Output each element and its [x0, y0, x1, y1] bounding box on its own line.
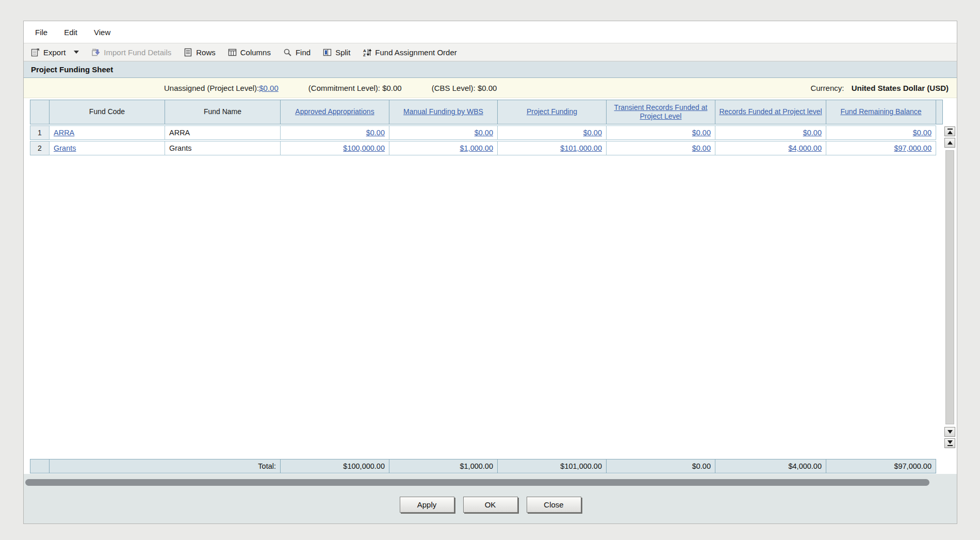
columns-button[interactable]: Columns	[228, 48, 271, 57]
rows-button[interactable]: Rows	[184, 48, 216, 57]
scroll-up-button[interactable]	[944, 138, 955, 148]
header-manual-funding-by-wbs: Manual Funding by WBS	[389, 100, 498, 124]
approved-appropriations-cell: $0.00	[280, 125, 389, 140]
menu-bar: File Edit View	[24, 21, 957, 43]
menu-edit[interactable]: Edit	[62, 26, 79, 38]
project-funding-cell: $101,000.00	[497, 141, 607, 155]
page-title: Project Funding Sheet	[31, 65, 113, 74]
table-row: 1 ARRA ARRA $0.00 $0.00 $0.00 $0.00 $0.0…	[30, 125, 957, 140]
scroll-down-button[interactable]	[944, 427, 955, 437]
total-label-cell: Total:	[49, 459, 281, 473]
approved-appropriations-cell: $100,000.00	[280, 141, 389, 155]
transient-records-link[interactable]: $0.00	[692, 129, 711, 137]
apply-button[interactable]: Apply	[400, 497, 454, 513]
approved-appropriations-link[interactable]: $0.00	[366, 129, 385, 137]
scroll-to-top-bar-icon	[948, 129, 953, 130]
fund-code-cell: Grants	[49, 141, 165, 155]
scroll-to-bottom-bar-icon	[948, 445, 953, 446]
title-bar: Project Funding Sheet	[24, 61, 957, 78]
header-project-funding-link[interactable]: Project Funding	[527, 107, 577, 117]
ok-button[interactable]: OK	[463, 497, 518, 513]
header-approved-appropriations-link[interactable]: Approved Appropriations	[295, 107, 374, 117]
total-transient-cell: $0.00	[606, 459, 715, 473]
transient-records-link[interactable]: $0.00	[692, 144, 711, 152]
header-records-funded-link[interactable]: Records Funded at Project level	[719, 107, 822, 117]
fund-remaining-cell: $97,000.00	[826, 141, 936, 155]
fund-remaining-link[interactable]: $0.00	[913, 129, 932, 137]
header-manual-funding-by-wbs-link[interactable]: Manual Funding by WBS	[403, 107, 483, 117]
import-fund-details-label: Import Fund Details	[104, 48, 171, 57]
fund-code-link[interactable]: Grants	[54, 144, 76, 152]
total-manual-cell: $1,000.00	[389, 459, 498, 473]
header-transient-records-link[interactable]: Transient Records Funded at Project Leve…	[610, 103, 712, 121]
manual-funding-link[interactable]: $1,000.00	[460, 144, 493, 152]
info-bar: Unassigned (Project Level):$0.00 (Commit…	[24, 78, 957, 98]
header-approved-appropriations: Approved Appropriations	[280, 100, 389, 124]
fund-remaining-link[interactable]: $97,000.00	[894, 144, 932, 152]
fund-code-link[interactable]: ARRA	[54, 129, 74, 137]
vertical-scrollbar-thumb[interactable]	[945, 150, 954, 424]
total-records-cell: $4,000.00	[715, 459, 826, 473]
records-funded-link[interactable]: $0.00	[803, 129, 822, 137]
fund-name-cell: Grants	[165, 141, 281, 155]
header-fund-code-label: Fund Code	[89, 107, 125, 117]
scroll-to-bottom-arrow-icon	[948, 440, 953, 444]
menu-file[interactable]: File	[33, 26, 50, 38]
header-fund-remaining-balance-link[interactable]: Fund Remaining Balance	[840, 107, 921, 117]
total-project-cell: $101,000.00	[497, 459, 607, 473]
fund-assignment-order-label: Fund Assignment Order	[375, 48, 456, 57]
total-row-number-cell	[30, 459, 50, 473]
fund-name-cell: ARRA	[165, 125, 281, 140]
row-number: 1	[30, 125, 50, 140]
horizontal-scrollbar-thumb[interactable]	[25, 479, 929, 486]
find-button[interactable]: Find	[283, 48, 311, 57]
export-dropdown-caret-icon[interactable]	[74, 51, 79, 54]
currency: Currency: United States Dollar (USD)	[810, 84, 949, 92]
manual-funding-cell: $1,000.00	[389, 141, 498, 155]
columns-label: Columns	[240, 48, 271, 57]
vertical-scrollbar[interactable]	[944, 126, 955, 448]
table-row: 2 Grants Grants $100,000.00 $1,000.00 $1…	[30, 141, 957, 155]
scroll-down-arrow-icon	[948, 430, 953, 434]
header-fund-name: Fund Name	[165, 100, 281, 124]
menu-view[interactable]: View	[92, 26, 112, 38]
fund-code-cell: ARRA	[49, 125, 165, 140]
split-button[interactable]: Split	[323, 48, 350, 57]
import-fund-details-button[interactable]: Import Fund Details	[91, 48, 171, 57]
project-funding-link[interactable]: $0.00	[583, 129, 602, 137]
columns-icon	[228, 48, 237, 57]
close-button[interactable]: Close	[527, 497, 581, 513]
fund-assignment-order-button[interactable]: A Z Fund Assignment Order	[363, 48, 456, 57]
export-icon	[31, 48, 40, 57]
approved-appropriations-link[interactable]: $100,000.00	[343, 144, 385, 152]
unassigned-value-link[interactable]: $0.00	[259, 84, 279, 92]
dialog-bottom-band: Apply OK Close	[24, 474, 957, 523]
funding-grid: Fund Code Fund Name Approved Appropriati…	[30, 100, 957, 155]
project-funding-link[interactable]: $101,000.00	[560, 144, 602, 152]
commitment-level: (Commitment Level): $0.00	[308, 84, 402, 92]
records-funded-cell: $0.00	[715, 125, 826, 140]
transient-records-cell: $0.00	[606, 141, 715, 155]
scroll-to-top-arrow-icon	[948, 131, 953, 134]
total-remaining-cell: $97,000.00	[826, 459, 936, 473]
manual-funding-cell: $0.00	[389, 125, 498, 140]
footer-buttons: Apply OK Close	[24, 497, 957, 513]
export-button[interactable]: Export	[31, 48, 79, 57]
import-icon	[91, 48, 100, 57]
header-transient-records: Transient Records Funded at Project Leve…	[606, 100, 715, 124]
scroll-to-bottom-button[interactable]	[944, 438, 955, 448]
search-icon	[283, 48, 292, 57]
row-number: 2	[30, 141, 50, 155]
rows-label: Rows	[196, 48, 216, 57]
records-funded-link[interactable]: $4,000.00	[788, 144, 822, 152]
svg-text:Z: Z	[363, 53, 366, 57]
sort-az-icon: A Z	[363, 48, 371, 57]
manual-funding-link[interactable]: $0.00	[475, 129, 493, 137]
header-records-funded: Records Funded at Project level	[715, 100, 826, 124]
header-row: Fund Code Fund Name Approved Appropriati…	[30, 100, 957, 124]
transient-records-cell: $0.00	[606, 125, 715, 140]
header-fund-code: Fund Code	[49, 100, 165, 124]
funding-table-area: Fund Code Fund Name Approved Appropriati…	[24, 98, 957, 474]
scroll-to-top-button[interactable]	[944, 126, 955, 136]
split-label: Split	[335, 48, 350, 57]
